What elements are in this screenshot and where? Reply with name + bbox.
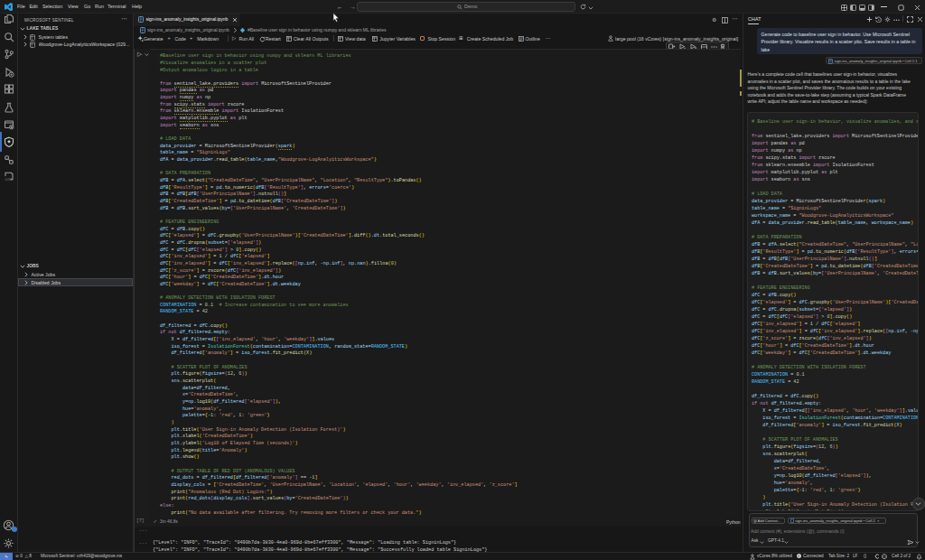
svg-text:LOG: LOG xyxy=(5,178,13,182)
